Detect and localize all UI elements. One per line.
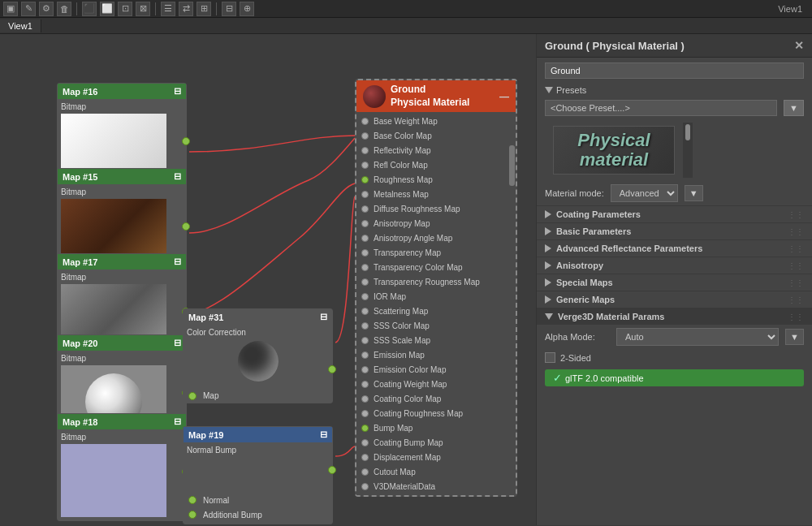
- node-map31-output[interactable]: [328, 365, 336, 373]
- ground-port-label: IOR Map: [374, 292, 406, 301]
- ground-port-row: Refl Color Map: [356, 157, 516, 172]
- node-map19-output[interactable]: [328, 466, 336, 474]
- alpha-mode-row: Alpha Mode: Auto ▼: [537, 325, 812, 349]
- node-map19[interactable]: Map #19 ⊟ Normal Bump Normal Additional …: [183, 426, 333, 524]
- ground-minimize-btn[interactable]: —: [499, 91, 509, 102]
- ground-port-dot[interactable]: [361, 235, 369, 242]
- section-advanced-reflectance-label: Advanced Reflectance Parameters: [556, 244, 702, 253]
- section-generic-maps[interactable]: Generic Maps ⋮⋮: [537, 291, 812, 308]
- tab-view1[interactable]: View1: [0, 19, 41, 32]
- alpha-mode-arrow[interactable]: ▼: [785, 329, 804, 345]
- ground-port-row: Transparency Color Map: [356, 260, 516, 274]
- ground-port-dot[interactable]: [361, 366, 369, 373]
- node-map31-title: Map #31: [188, 313, 223, 322]
- panel-header: Ground ( Physical Material ) ✕: [537, 34, 812, 58]
- node-map16-output[interactable]: [182, 137, 190, 145]
- ground-port-row: V3DMaterialData: [356, 479, 516, 494]
- toolbar-icon-11[interactable]: ⊞: [197, 2, 211, 16]
- presets-dropdown-arrow[interactable]: ▼: [784, 100, 804, 116]
- toolbar-icon-6[interactable]: ⬜: [100, 2, 114, 16]
- toolbar-icon-8[interactable]: ⊠: [136, 2, 150, 16]
- ground-port-dot[interactable]: [361, 147, 369, 154]
- ground-port-row: Roughness Map: [356, 172, 516, 187]
- toolbar-icon-3[interactable]: ⚙: [39, 2, 54, 16]
- presets-scrollbar: [683, 123, 693, 178]
- ground-port-dot[interactable]: [361, 337, 369, 344]
- ground-port-dot[interactable]: [361, 293, 369, 300]
- ground-port-dot[interactable]: [361, 454, 369, 461]
- verge-expand-icon: [545, 313, 553, 320]
- material-mode-arrow[interactable]: ▼: [685, 185, 703, 201]
- node-map31-port-row: Map: [184, 389, 332, 403]
- ground-port-dot[interactable]: [361, 381, 369, 388]
- ground-port-dot[interactable]: [361, 278, 369, 286]
- ground-port-dot[interactable]: [361, 308, 369, 315]
- ground-port-dot[interactable]: [361, 483, 369, 490]
- ground-port-dot[interactable]: [361, 205, 369, 213]
- section-basic[interactable]: Basic Parameters ⋮⋮: [537, 222, 812, 239]
- ground-port-dot[interactable]: [361, 439, 369, 446]
- ground-port-label: Scattering Map: [374, 307, 428, 316]
- ground-port-dot[interactable]: [361, 176, 369, 183]
- section-coating[interactable]: Coating Parameters ⋮⋮: [537, 205, 812, 222]
- node-canvas[interactable]: Map #16 ⊟ Bitmap Map #15 ⊟ Bitmap: [0, 34, 536, 525]
- toolbar-icon-5[interactable]: ⬛: [82, 2, 97, 16]
- ground-port-dot[interactable]: [361, 425, 369, 432]
- ground-port-dot[interactable]: [361, 351, 369, 359]
- section-coating-drag: ⋮⋮: [788, 210, 804, 219]
- node-map18-subtitle: Bitmap: [61, 433, 183, 442]
- gltf-badge[interactable]: ✓ glTF 2.0 compatible: [545, 369, 804, 386]
- verge-section: Verge3D Material Params ⋮⋮ Alpha Mode: A…: [537, 308, 812, 386]
- ground-port-label: Coating Weight Map: [374, 380, 447, 389]
- node-map31-icon: ⊟: [320, 312, 327, 322]
- node-map19-input-normal[interactable]: [188, 496, 197, 504]
- presets-section-header[interactable]: Presets: [537, 84, 812, 97]
- ground-port-dot[interactable]: [361, 249, 369, 257]
- section-basic-label: Basic Parameters: [556, 226, 631, 236]
- toolbar-icon-4[interactable]: 🗑: [57, 2, 71, 16]
- node-ground[interactable]: Ground Physical Material — Base Weight M…: [355, 79, 517, 497]
- node-map31-input[interactable]: [188, 392, 197, 400]
- ground-port-dot[interactable]: [361, 395, 369, 403]
- toolbar-icon-7[interactable]: ⊡: [118, 2, 132, 16]
- ground-port-row: Bump Map: [356, 420, 516, 435]
- ground-port-label: Diffuse Roughness Map: [374, 205, 460, 213]
- panel-name-input[interactable]: [545, 63, 804, 79]
- ground-port-dot[interactable]: [361, 220, 369, 227]
- ground-port-label: Displacement Map: [374, 453, 441, 462]
- node-map19-input-additional[interactable]: [188, 511, 197, 519]
- presets-select[interactable]: <Choose Preset....>: [545, 100, 777, 116]
- node-map20-header: Map #20 ⊟: [58, 335, 186, 351]
- material-mode-select[interactable]: Advanced: [611, 184, 678, 202]
- ground-port-dot[interactable]: [361, 132, 369, 140]
- toolbar-icon-2[interactable]: ✎: [21, 2, 36, 16]
- ground-port-dot[interactable]: [361, 264, 369, 271]
- toolbar-icon-9[interactable]: ☰: [161, 2, 175, 16]
- ground-port-dot[interactable]: [361, 118, 369, 125]
- toolbar-icon-13[interactable]: ⊕: [240, 2, 254, 16]
- presets-preview-line2: material: [577, 150, 650, 170]
- node-map31-port-label: Map: [203, 391, 218, 400]
- node-map31[interactable]: Map #31 ⊟ Color Correction Map: [183, 308, 333, 403]
- two-sided-checkbox[interactable]: [545, 352, 555, 363]
- node-map19-port-addl: Additional Bump: [188, 507, 327, 522]
- section-anisotropy[interactable]: Anisotropy ⋮⋮: [537, 257, 812, 274]
- node-map15-output[interactable]: [182, 222, 190, 231]
- ground-port-dot[interactable]: [361, 162, 369, 169]
- verge-header[interactable]: Verge3D Material Params ⋮⋮: [537, 308, 812, 325]
- node-map19-icon: ⊟: [320, 429, 327, 440]
- node-map18[interactable]: Map #18 ⊟ Bitmap: [57, 413, 187, 521]
- section-special-maps[interactable]: Special Maps ⋮⋮: [537, 274, 812, 291]
- section-advanced-reflectance[interactable]: Advanced Reflectance Parameters ⋮⋮: [537, 239, 812, 257]
- ground-port-dot[interactable]: [361, 468, 369, 476]
- alpha-mode-select[interactable]: Auto: [616, 328, 779, 346]
- ground-ports: Base Weight MapBase Color MapReflectivit…: [356, 112, 516, 495]
- ground-port-dot[interactable]: [361, 191, 369, 198]
- ground-port-dot[interactable]: [361, 322, 369, 330]
- panel-close-btn[interactable]: ✕: [794, 39, 804, 52]
- toolbar-icon-12[interactable]: ⊟: [222, 2, 236, 16]
- ground-port-dot[interactable]: [361, 410, 369, 417]
- toolbar-icon-10[interactable]: ⇄: [179, 2, 193, 16]
- node-map16-icon: ⊟: [174, 86, 181, 97]
- toolbar-icon-1[interactable]: ▣: [3, 2, 18, 16]
